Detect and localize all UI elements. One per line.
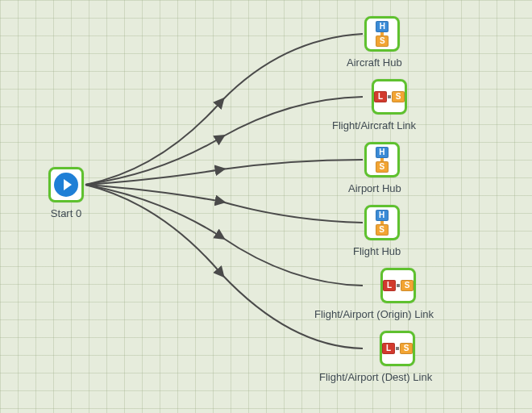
workflow-canvas[interactable]: Start 0 HS Aircraft Hub LS Flight/Aircra… (0, 0, 532, 413)
start-node-box[interactable] (48, 167, 84, 202)
link-node-box[interactable]: LS (380, 331, 415, 366)
play-icon (54, 173, 78, 197)
node-label: Flight Hub (353, 245, 401, 257)
link-icon: LS (383, 280, 414, 291)
edge-start-to-airport-hub (85, 160, 363, 185)
link-node-box[interactable]: LS (372, 79, 407, 115)
hub-node-box[interactable]: HS (364, 16, 400, 52)
node-label: Start 0 (48, 207, 84, 219)
edge-start-to-flight-airport-origin-link (85, 185, 363, 286)
edge-start-to-aircraft-hub (85, 34, 363, 185)
link-node-box[interactable]: LS (380, 268, 416, 303)
node-label: Flight/Airport (Origin) Link (314, 308, 434, 320)
node-label: Aircraft Hub (347, 56, 402, 69)
hub-icon: HS (376, 147, 389, 173)
hub-icon: HS (376, 210, 389, 236)
node-label: Airport Hub (348, 182, 401, 194)
edge-start-to-flight-hub (85, 185, 363, 223)
link-icon: LS (382, 343, 413, 354)
hub-node-box[interactable]: HS (364, 205, 400, 240)
node-label: Flight/Airport (Dest) Link (319, 371, 432, 383)
hub-node-box[interactable]: HS (364, 142, 400, 177)
link-icon: LS (374, 91, 405, 102)
node-flight-hub[interactable]: HS Flight Hub (363, 205, 401, 257)
node-aircraft-hub[interactable]: HS Aircraft Hub (363, 16, 402, 69)
node-flight-aircraft-link[interactable]: LS Flight/Aircraft Link (363, 79, 416, 131)
hub-icon: HS (376, 21, 389, 47)
edge-start-to-flight-aircraft-link (85, 97, 363, 185)
node-flight-airport-origin-link[interactable]: LS Flight/Airport (Origin) Link (363, 268, 434, 320)
node-label: Flight/Aircraft Link (332, 119, 416, 131)
edge-start-to-flight-airport-dest-link (85, 185, 363, 348)
node-airport-hub[interactable]: HS Airport Hub (363, 142, 401, 194)
node-flight-airport-dest-link[interactable]: LS Flight/Airport (Dest) Link (363, 331, 432, 383)
node-start[interactable]: Start 0 (48, 167, 84, 219)
